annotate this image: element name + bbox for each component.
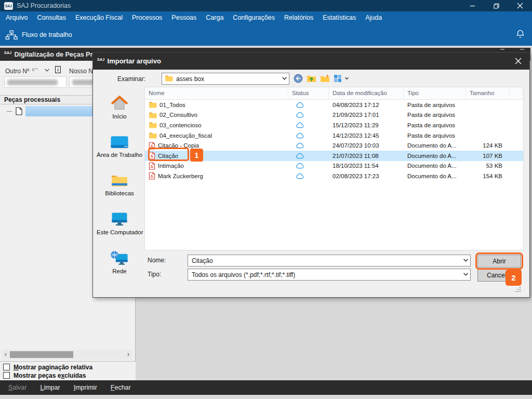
menu-item-ajuda[interactable]: Ajuda xyxy=(361,11,387,24)
app-title: SAJ Procuradorias xyxy=(17,2,71,9)
file-type-cell: Documento do A... xyxy=(404,163,466,169)
bell-icon xyxy=(516,29,525,39)
file-type-cell: Pasta de arquivos xyxy=(404,102,466,108)
folder-icon xyxy=(149,132,157,139)
file-row-04-execucao-fiscal[interactable]: 04_execução_fiscal14/12/2023 12:45Pasta … xyxy=(145,130,523,141)
action-button-salvar[interactable]: Salvar xyxy=(8,384,26,391)
file-row-03-contencioso[interactable]: 03_contencioso15/12/2023 11:29Pasta de a… xyxy=(145,120,523,130)
menu-item-execucao-fiscal[interactable]: Execução Fiscal xyxy=(71,11,127,24)
sidebar-item-label: Este Computador xyxy=(97,229,142,235)
file-name-cell: 04_execução_fiscal xyxy=(145,132,288,139)
file-modified-cell: 04/08/2023 17:12 xyxy=(329,102,404,108)
new-folder-button[interactable] xyxy=(320,74,330,83)
file-modified-cell: 15/12/2023 11:29 xyxy=(329,122,404,128)
cloud-icon xyxy=(296,163,304,169)
file-name: 03_contencioso xyxy=(159,122,202,128)
file-status-cell xyxy=(288,163,329,169)
column-header-tipo[interactable]: Tipo xyxy=(404,87,466,99)
file-name-cell: Mark Zuckerberg xyxy=(145,172,288,180)
file-modified-cell: 02/08/2023 17:23 xyxy=(329,173,404,179)
folder-icon xyxy=(149,122,157,128)
menu-item-estatisticas[interactable]: Estatísticas xyxy=(318,11,361,24)
menu-item-pessoas[interactable]: Pessoas xyxy=(167,11,201,24)
file-status-cell xyxy=(288,102,329,108)
column-header-data-de-modificacao[interactable]: Data de modificação xyxy=(329,87,404,99)
chevron-down-icon[interactable] xyxy=(280,75,289,83)
column-header-status[interactable]: Status xyxy=(288,87,329,99)
horizontal-scrollbar[interactable]: ‹ › xyxy=(2,350,132,360)
file-modified-cell: 21/09/2023 17:01 xyxy=(329,112,404,118)
checkbox-row-mostrar-paginacao-relativa[interactable]: Mostrar paginação relativa xyxy=(3,363,92,371)
action-button-imprimir[interactable]: Imprimir xyxy=(74,384,97,391)
sidebar-item-label: Área de Trabalho xyxy=(97,152,142,158)
chevron-down-icon[interactable] xyxy=(461,257,470,264)
views-button[interactable] xyxy=(334,74,342,83)
chevron-down-icon[interactable] xyxy=(461,271,470,278)
back-button[interactable] xyxy=(294,74,303,83)
sidebar-item-inicio[interactable]: Início xyxy=(97,91,142,119)
file-row-02-consultivo[interactable]: 02_Consultivo21/09/2023 17:01Pasta de ar… xyxy=(145,110,523,121)
sidebar-item-bibliotecas[interactable]: Bibliotecas xyxy=(97,168,142,196)
menu-item-carga[interactable]: Carga xyxy=(201,11,228,24)
resize-grip[interactable] xyxy=(515,286,522,295)
scrollbar-thumb[interactable] xyxy=(10,351,73,358)
menu-item-consultas[interactable]: Consultas xyxy=(32,11,71,24)
file-name: 01_Todos xyxy=(159,102,185,108)
outro-numero-input[interactable] xyxy=(4,76,66,88)
pdf-icon xyxy=(149,172,155,180)
sidebar-item-rede[interactable]: Rede xyxy=(97,246,142,274)
app-titlebar: SAJ SAJ Procuradorias xyxy=(0,0,532,11)
restore-button[interactable] xyxy=(484,0,508,11)
menu-item-processos[interactable]: Processos xyxy=(127,11,167,24)
menu-item-arquivo[interactable]: Arquivo xyxy=(1,11,32,24)
annotation-badge-2: 2 xyxy=(506,270,522,286)
cloud-icon xyxy=(296,142,304,149)
file-modified-cell: 21/07/2023 11:08 xyxy=(329,153,404,159)
file-row-01-todos[interactable]: 01_Todos04/08/2023 17:12Pasta de arquivo… xyxy=(145,100,523,110)
menu-item-configuracoes[interactable]: Configurações xyxy=(228,11,280,24)
undo-icon[interactable] xyxy=(31,67,39,74)
sidebar-item-label: Início xyxy=(97,113,142,119)
column-header-nome[interactable]: Nome xyxy=(145,87,288,99)
tree-collapse-icon[interactable] xyxy=(7,111,12,112)
checkbox-unchecked[interactable] xyxy=(3,364,10,370)
file-name-cell: Intimação xyxy=(145,162,288,170)
checkbox-unchecked[interactable] xyxy=(3,372,10,379)
file-status-cell xyxy=(288,122,329,128)
sidebar-item-area-de-trabalho[interactable]: Área de Trabalho xyxy=(97,129,142,158)
redacted-value xyxy=(7,79,58,85)
minimize-icon xyxy=(470,3,475,9)
checkbox-row-mostrar-pecas-excluidas[interactable]: Mostrar peças excluídas xyxy=(3,371,86,379)
file-type-cell: Pasta de arquivos xyxy=(404,132,466,139)
workflow-button[interactable]: Fluxo de trabalho xyxy=(5,30,72,40)
sidebar-item-este-computador[interactable]: Este Computador xyxy=(97,207,142,235)
dialog-title: Importar arquivo xyxy=(108,57,161,65)
annotation-ring-1 xyxy=(148,148,189,161)
column-header-tamanho[interactable]: Tamanho xyxy=(466,87,509,99)
folder-up-button[interactable] xyxy=(307,74,316,83)
column-header-blank[interactable] xyxy=(509,87,523,99)
note-icon[interactable] xyxy=(55,66,61,75)
scroll-right-icon[interactable]: › xyxy=(124,350,132,360)
menu-item-relatorios[interactable]: Relatórios xyxy=(280,11,318,24)
dialog-nav-toolbar xyxy=(294,74,349,83)
views-chevron-icon[interactable] xyxy=(344,76,349,82)
chevron-down-icon[interactable] xyxy=(44,67,50,74)
notifications-button[interactable] xyxy=(516,29,525,41)
scroll-left-icon[interactable]: ‹ xyxy=(2,350,10,360)
folder-select-combo[interactable]: asses box xyxy=(162,73,289,85)
action-button-limpar[interactable]: Limpar xyxy=(40,384,60,391)
checkbox-label: Mostrar paginação relativa xyxy=(14,364,92,371)
dialog-close-button[interactable] xyxy=(507,52,529,70)
filename-value: Citação xyxy=(192,257,213,264)
minimize-button[interactable] xyxy=(460,0,484,11)
filename-combo[interactable]: Citação xyxy=(188,255,471,267)
nosso-numero-label: Nosso Nº xyxy=(69,68,95,75)
close-button[interactable] xyxy=(508,0,532,11)
filetype-combo[interactable]: Todos os arquivos (*.pdf;*.rtf;*.tif;*.t… xyxy=(188,269,471,281)
file-row-mark-zuckerberg[interactable]: Mark Zuckerberg02/08/2023 17:23Documento… xyxy=(145,171,523,181)
bg-window-control-hint xyxy=(520,49,524,50)
views-icon xyxy=(334,74,342,83)
file-row-intimacao[interactable]: Intimação18/10/2023 11:54Documento do A.… xyxy=(145,161,523,171)
action-button-fechar[interactable]: Fechar xyxy=(111,384,131,391)
